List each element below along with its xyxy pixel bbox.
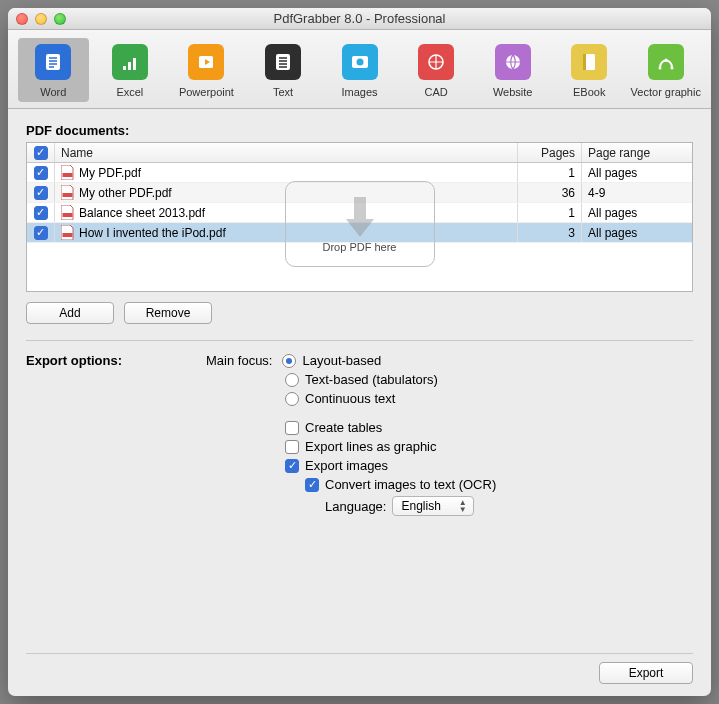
word-icon: [35, 44, 71, 80]
row-checkbox[interactable]: [34, 226, 48, 240]
ebook-icon: [571, 44, 607, 80]
svg-point-14: [670, 67, 673, 70]
header-checkbox-cell[interactable]: [27, 143, 55, 162]
toolbar-item-ebook[interactable]: EBook: [554, 38, 625, 102]
svg-point-8: [356, 59, 363, 66]
row-checkbox[interactable]: [34, 166, 48, 180]
svg-rect-2: [128, 62, 131, 70]
zoom-button[interactable]: [54, 13, 66, 25]
header-name[interactable]: Name: [55, 143, 518, 162]
svg-rect-1: [123, 66, 126, 70]
window-title: PdfGrabber 8.0 - Professional: [8, 11, 711, 26]
header-pages[interactable]: Pages: [518, 143, 582, 162]
toolbar-item-website[interactable]: Website: [477, 38, 548, 102]
header-range[interactable]: Page range: [582, 143, 692, 162]
export-button[interactable]: Export: [599, 662, 693, 684]
table-row[interactable]: Balance sheet 2013.pdf1All pages: [27, 203, 692, 223]
toolbar-item-excel[interactable]: Excel: [95, 38, 166, 102]
pdf-file-icon: [61, 165, 74, 180]
svg-rect-3: [133, 58, 136, 70]
file-range: 4-9: [582, 183, 692, 202]
divider: [26, 340, 693, 341]
file-pages: 36: [518, 183, 582, 202]
toolbar-item-word[interactable]: Word: [18, 38, 89, 102]
file-range: All pages: [582, 203, 692, 222]
checkbox-create-tables-label: Create tables: [305, 420, 382, 435]
drop-hint-label: Drop PDF here: [323, 241, 397, 253]
powerpoint-icon: [188, 44, 224, 80]
website-icon: [495, 44, 531, 80]
pdf-file-icon: [61, 205, 74, 220]
checkbox-create-tables[interactable]: [285, 421, 299, 435]
row-checkbox[interactable]: [34, 186, 48, 200]
table-row[interactable]: How I invented the iPod.pdf3All pages: [27, 223, 692, 243]
svg-point-15: [664, 59, 667, 62]
pdf-file-icon: [61, 185, 74, 200]
toolbar-item-text[interactable]: Text: [248, 38, 319, 102]
minimize-button[interactable]: [35, 13, 47, 25]
file-range: All pages: [582, 223, 692, 242]
radio-layout-based-label: Layout-based: [302, 353, 381, 368]
radio-continuous-text-label: Continuous text: [305, 391, 395, 406]
checkbox-export-images[interactable]: [285, 459, 299, 473]
text-icon: [265, 44, 301, 80]
remove-button[interactable]: Remove: [124, 302, 212, 324]
language-row: Language: English ▲▼: [325, 496, 693, 516]
checkbox-export-lines[interactable]: [285, 440, 299, 454]
export-images-row: Export images: [285, 458, 693, 473]
close-button[interactable]: [16, 13, 28, 25]
format-toolbar: WordExcelPowerpointTextImagesCADWebsiteE…: [8, 30, 711, 109]
select-arrows-icon: ▲▼: [459, 499, 467, 513]
pdf-file-icon: [61, 225, 74, 240]
file-name: My other PDF.pdf: [79, 186, 172, 200]
export-options: Export options: Main focus: Layout-based…: [26, 353, 693, 520]
toolbar-item-label: Text: [273, 86, 293, 98]
table-buttons: Add Remove: [26, 302, 693, 324]
excel-icon: [112, 44, 148, 80]
row-checkbox[interactable]: [34, 206, 48, 220]
app-window: PdfGrabber 8.0 - Professional WordExcelP…: [8, 8, 711, 696]
svg-rect-12: [583, 54, 586, 70]
toolbar-item-label: CAD: [424, 86, 447, 98]
checkbox-convert-ocr[interactable]: [305, 478, 319, 492]
file-pages: 1: [518, 163, 582, 182]
checkbox-convert-ocr-label: Convert images to text (OCR): [325, 477, 496, 492]
file-name: My PDF.pdf: [79, 166, 141, 180]
language-value: English: [401, 499, 440, 513]
documents-table: Name Pages Page range My PDF.pdf1All pag…: [26, 142, 693, 292]
export-lines-row: Export lines as graphic: [285, 439, 693, 454]
table-row[interactable]: My PDF.pdf1All pages: [27, 163, 692, 183]
images-icon: [342, 44, 378, 80]
toolbar-item-images[interactable]: Images: [324, 38, 395, 102]
toolbar-item-powerpoint[interactable]: Powerpoint: [171, 38, 242, 102]
toolbar-item-label: Powerpoint: [179, 86, 234, 98]
file-range: All pages: [582, 163, 692, 182]
checkbox-export-images-label: Export images: [305, 458, 388, 473]
radio-layout-based[interactable]: [282, 354, 296, 368]
radio-continuous-text[interactable]: [285, 392, 299, 406]
table-header: Name Pages Page range: [27, 143, 692, 163]
footer: Export: [26, 653, 693, 684]
file-name: How I invented the iPod.pdf: [79, 226, 226, 240]
svg-point-13: [658, 67, 661, 70]
language-select[interactable]: English ▲▼: [392, 496, 473, 516]
select-all-checkbox[interactable]: [34, 146, 48, 160]
vector-graphic-icon: [648, 44, 684, 80]
radio-row-continuous: Continuous text: [285, 391, 693, 406]
cad-icon: [418, 44, 454, 80]
main-content: PDF documents: Name Pages Page range My …: [8, 109, 711, 696]
traffic-lights: [16, 13, 66, 25]
table-row[interactable]: My other PDF.pdf364-9: [27, 183, 692, 203]
toolbar-item-label: EBook: [573, 86, 605, 98]
radio-row-textbased: Text-based (tabulators): [285, 372, 693, 387]
svg-rect-16: [63, 173, 73, 177]
radio-text-based-label: Text-based (tabulators): [305, 372, 438, 387]
toolbar-item-label: Excel: [116, 86, 143, 98]
add-button[interactable]: Add: [26, 302, 114, 324]
toolbar-item-vector-graphic[interactable]: Vector graphic: [631, 38, 702, 102]
main-focus-label: Main focus:: [206, 353, 272, 368]
title-bar: PdfGrabber 8.0 - Professional: [8, 8, 711, 30]
radio-text-based[interactable]: [285, 373, 299, 387]
toolbar-item-cad[interactable]: CAD: [401, 38, 472, 102]
convert-ocr-row: Convert images to text (OCR): [305, 477, 693, 492]
